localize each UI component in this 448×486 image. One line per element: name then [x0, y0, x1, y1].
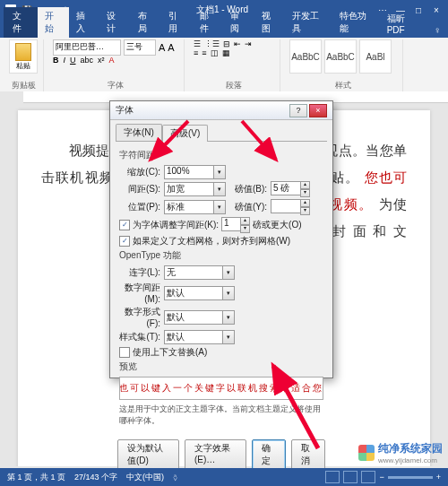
increase-font-icon[interactable]: A	[159, 42, 165, 53]
indent-dec-icon[interactable]: ⇤	[234, 39, 241, 48]
spin-down-icon[interactable]: ▾	[240, 225, 250, 233]
zoom-slider[interactable]	[388, 476, 433, 479]
chevron-down-icon[interactable]: ▾	[213, 182, 226, 196]
position-pt-input[interactable]	[271, 199, 300, 213]
tab-developer[interactable]: 开发工具	[285, 7, 332, 38]
paste-button[interactable]: 粘贴	[9, 39, 38, 74]
spin-up-icon[interactable]: ▴	[300, 181, 310, 189]
dialog-tab-font[interactable]: 字体(N)	[116, 124, 162, 141]
numform-select[interactable]: 默认	[164, 310, 222, 325]
chevron-down-icon[interactable]: ▾	[222, 310, 235, 325]
spacing-pt-input[interactable]: 5 磅	[271, 181, 300, 195]
chevron-down-icon[interactable]: ▾	[213, 200, 226, 214]
group-clipboard: 粘贴 剪贴板	[4, 39, 44, 91]
watermark-url: www.yijdamei.com	[378, 456, 443, 464]
view-print-button[interactable]	[343, 471, 358, 483]
kerning-unit: 磅或更大(O)	[253, 219, 301, 231]
status-ime[interactable]: ⎀	[173, 473, 177, 482]
spin-down-icon[interactable]: ▾	[300, 189, 310, 197]
font-size-select[interactable]: 三号	[124, 39, 156, 56]
zoom-out-button[interactable]: −	[379, 473, 383, 482]
zoom-in-button[interactable]: +	[436, 473, 441, 482]
statusbar: 第 1 页，共 1 页 27/143 个字 中文(中国) ⎀ − +	[0, 468, 448, 486]
context-checkbox[interactable]	[119, 347, 130, 358]
paste-label: 粘贴	[16, 61, 30, 71]
shading-icon[interactable]: ◫	[211, 48, 219, 57]
chevron-down-icon[interactable]: ▾	[222, 265, 235, 280]
dialog-titlebar[interactable]: 字体 ? ×	[110, 101, 332, 120]
section-char-spacing: 字符间距	[119, 149, 323, 161]
view-web-button[interactable]	[361, 471, 375, 483]
position-pt-label: 磅值(Y):	[229, 201, 267, 213]
bold-button[interactable]: B	[53, 56, 59, 65]
style-heading1[interactable]: AaBl	[359, 39, 392, 74]
grid-checkbox[interactable]: ✓	[119, 236, 130, 247]
tab-layout[interactable]: 布局	[131, 7, 161, 38]
style-normal[interactable]: AaBbC	[289, 39, 322, 74]
section-preview: 预览	[119, 360, 323, 373]
spin-down-icon[interactable]: ▾	[300, 207, 310, 215]
ligatures-select[interactable]: 无	[164, 265, 222, 280]
multilevel-icon[interactable]: ⊟	[223, 39, 230, 48]
group-label-styles: 样式	[289, 80, 397, 91]
dialog-help-button[interactable]: ?	[289, 104, 307, 117]
status-language[interactable]: 中文(中国)	[126, 472, 164, 483]
status-page[interactable]: 第 1 页，共 1 页	[7, 472, 65, 483]
tab-special[interactable]: 特色功能	[332, 7, 380, 38]
tab-view[interactable]: 视图	[254, 7, 285, 38]
spin-up-icon[interactable]: ▴	[240, 217, 250, 225]
ribbon: 粘贴 剪贴板 阿里巴巴普… 三号 A A B I U abc x² A 字体	[0, 38, 448, 94]
tab-design[interactable]: 设计	[99, 7, 130, 38]
position-label: 位置(P):	[119, 201, 160, 213]
dialog-tab-advanced[interactable]: 高级(V)	[162, 125, 208, 142]
status-words[interactable]: 27/143 个字	[74, 472, 117, 483]
close-button[interactable]: ×	[430, 5, 443, 15]
styleset-select[interactable]: 默认	[164, 330, 222, 344]
tab-references[interactable]: 引用	[161, 7, 192, 38]
chevron-down-icon[interactable]: ▾	[222, 330, 235, 344]
grid-label: 如果定义了文档网格，则对齐到网格(W)	[133, 235, 290, 247]
chevron-down-icon[interactable]: ▾	[222, 286, 235, 300]
tab-mailings[interactable]: 邮件	[193, 7, 223, 38]
tab-review[interactable]: 审阅	[223, 7, 254, 38]
group-styles: AaBbC AaBbC AaBl 样式	[284, 39, 403, 91]
watermark: 纯净系统家园 www.yijdamei.com	[358, 441, 443, 464]
scale-select[interactable]: 100%	[164, 165, 213, 179]
font-color-button[interactable]: A	[109, 56, 115, 65]
kerning-input[interactable]: 1	[221, 217, 240, 231]
indent-inc-icon[interactable]: ⇥	[245, 39, 252, 48]
kerning-label: 为字体调整字间距(K):	[133, 219, 219, 231]
chevron-down-icon[interactable]: ▾	[213, 165, 226, 179]
preview-box: 您也可以键入一个关键字以联机搜索最适合您的	[119, 377, 323, 400]
section-opentype: OpenType 功能	[119, 249, 323, 262]
dialog-close-button[interactable]: ×	[309, 104, 327, 117]
ok-button[interactable]: 确定	[252, 439, 286, 470]
numbering-icon[interactable]: ⋮☰	[204, 39, 220, 48]
spin-up-icon[interactable]: ▴	[300, 199, 310, 207]
tab-home[interactable]: 开始	[38, 7, 68, 38]
borders-icon[interactable]: ▦	[222, 48, 230, 57]
strike-button[interactable]: abc	[81, 56, 94, 65]
italic-button[interactable]: I	[64, 56, 66, 65]
font-family-select[interactable]: 阿里巴巴普…	[53, 39, 121, 56]
file-tab[interactable]: 文件	[4, 7, 38, 38]
align-center-icon[interactable]: ≡	[202, 48, 206, 57]
underline-button[interactable]: U	[70, 56, 76, 65]
numspacing-select[interactable]: 默认	[164, 286, 222, 300]
bullets-icon[interactable]: ☰	[194, 39, 201, 48]
highlight-button[interactable]: x²	[98, 56, 105, 65]
tab-insert[interactable]: 插入	[69, 7, 99, 38]
position-select[interactable]: 标准	[164, 200, 213, 214]
align-left-icon[interactable]: ≡	[194, 48, 198, 57]
text-effects-button[interactable]: 文字效果(E)…	[185, 439, 246, 470]
view-read-button[interactable]	[325, 471, 340, 483]
tab-foxit[interactable]: 福昕PDF	[380, 10, 427, 38]
style-nospacing[interactable]: AaBbC	[324, 39, 357, 74]
decrease-font-icon[interactable]: A	[168, 42, 174, 53]
cancel-button[interactable]: 取消	[291, 439, 325, 470]
tell-me[interactable]: ♀	[427, 22, 448, 38]
numform-label: 数字形式(F):	[119, 306, 160, 328]
kerning-checkbox[interactable]: ✓	[119, 220, 130, 230]
set-default-button[interactable]: 设为默认值(D)	[117, 439, 179, 470]
spacing-select[interactable]: 加宽	[164, 182, 213, 196]
